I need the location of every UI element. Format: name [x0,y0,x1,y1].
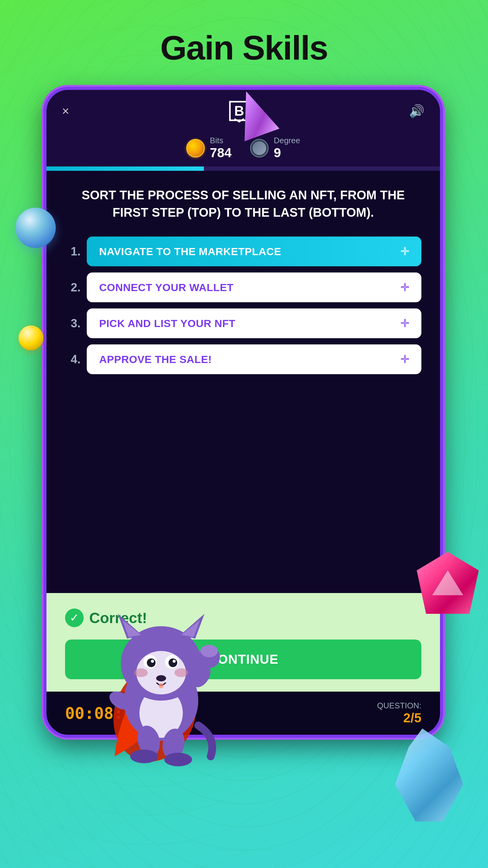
decoration-gem [417,552,479,614]
answer-item-3[interactable]: PICK AND LIST YOUR NFT ✛ [87,308,421,338]
answer-number-1: 1. [65,245,80,258]
progress-bar [46,166,204,171]
answer-text-2: CONNECT YOUR WALLET [99,281,234,293]
coin-icon [186,139,205,157]
degree-stat: Degree 9 [250,136,300,160]
question-label: QUESTION: [377,701,421,711]
answer-row-3: 3. PICK AND LIST YOUR NFT ✛ [65,308,421,338]
mascot [87,601,235,781]
drag-icon-1: ✛ [400,245,409,258]
answer-row-2: 2. CONNECT YOUR WALLET ✛ [65,273,421,302]
sound-icon[interactable]: 🔊 [409,104,424,118]
svg-point-16 [134,669,148,677]
drag-icon-3: ✛ [400,317,409,330]
answer-number-3: 3. [65,317,80,330]
answer-number-2: 2. [65,281,80,294]
answer-text-1: NAVIGATE TO THE MARKETPLACE [99,246,281,258]
answer-text-4: APPROVE THE SALE! [99,353,212,366]
answer-item-4[interactable]: APPROVE THE SALE! ✛ [87,344,421,374]
answer-item-1[interactable]: NAVIGATE TO THE MARKETPLACE ✛ [87,237,421,266]
page-title: Gain Skills [0,28,488,67]
degree-label: Degree [273,136,300,145]
drag-icon-2: ✛ [400,281,409,293]
decoration-crystal [395,728,463,822]
svg-point-18 [156,675,166,681]
svg-point-13 [168,658,177,667]
top-bar: × B 🔊 [46,90,440,130]
bits-stat: Bits 784 [186,136,231,160]
degree-icon [250,139,269,157]
decoration-blue-sphere [15,208,56,248]
close-button[interactable]: × [62,104,69,118]
check-circle-icon: ✓ [65,609,84,627]
answer-list: 1. NAVIGATE TO THE MARKETPLACE ✛ 2. CONN… [65,237,421,374]
stats-bar: Bits 784 Degree 9 [46,130,440,166]
progress-container [46,166,440,171]
svg-text:B: B [234,103,244,118]
svg-point-12 [147,658,156,667]
drag-icon-4: ✛ [400,353,409,366]
svg-point-26 [130,750,158,763]
question-value: 2/5 [377,711,421,725]
answer-row-1: 1. NAVIGATE TO THE MARKETPLACE ✛ [65,237,421,266]
bits-label: Bits [210,136,223,145]
answer-number-4: 4. [65,353,80,366]
decoration-gold-sphere [19,326,43,350]
answer-text-3: PICK AND LIST YOUR NFT [99,317,235,330]
answer-row-4: 4. APPROVE THE SALE! ✛ [65,344,421,374]
svg-point-17 [174,669,188,677]
degree-value: 9 [273,145,281,160]
svg-point-27 [164,753,192,766]
svg-point-22 [200,645,218,657]
svg-point-14 [151,660,154,663]
question-area: SORT THE PROCESS OF SELLING AN NFT, FROM… [46,171,440,593]
question-counter: QUESTION: 2/5 [377,701,421,725]
svg-point-15 [172,660,176,663]
question-text: SORT THE PROCESS OF SELLING AN NFT, FROM… [65,186,421,221]
answer-item-2[interactable]: CONNECT YOUR WALLET ✛ [87,273,421,302]
bits-value: 784 [210,145,231,160]
svg-point-19 [159,683,164,688]
